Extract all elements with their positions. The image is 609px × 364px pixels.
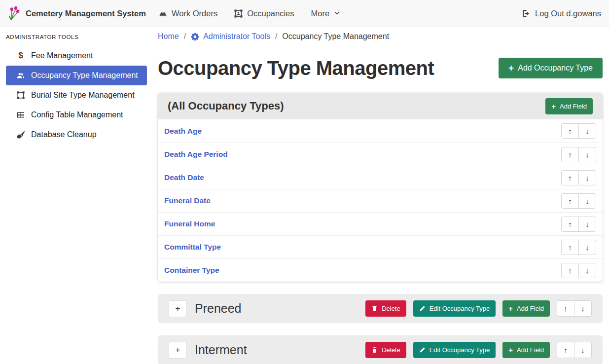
delete-button[interactable]: Delete (365, 342, 406, 358)
field-link[interactable]: Death Age (164, 127, 561, 136)
app-brand[interactable]: Cemetery Management System (8, 6, 146, 20)
main-content: Home / Administrator Tools / Occupancy T… (153, 27, 609, 364)
field-link[interactable]: Container Type (164, 266, 561, 275)
reorder-buttons: ↑ ↓ (557, 342, 592, 358)
field-link[interactable]: Death Age Period (164, 150, 561, 159)
move-down-button[interactable]: ↓ (578, 193, 596, 209)
move-up-button[interactable]: ↑ (561, 263, 579, 278)
move-down-button[interactable]: ↓ (578, 170, 596, 185)
field-link[interactable]: Funeral Date (164, 196, 561, 205)
top-navbar: Cemetery Management System Work Orders (0, 0, 609, 27)
move-down-button[interactable]: ↓ (574, 300, 592, 317)
down-arrow-icon: ↓ (585, 266, 589, 275)
up-arrow-icon: ↑ (568, 243, 572, 252)
field-row-container-type: Container Type ↑ ↓ (158, 258, 603, 282)
field-link[interactable]: Committal Type (164, 243, 561, 252)
down-arrow-icon: ↓ (581, 304, 585, 313)
delete-button[interactable]: Delete (365, 300, 406, 317)
reorder-buttons: ↑ ↓ (561, 240, 596, 255)
expand-section-button[interactable]: + (169, 342, 187, 359)
move-up-button[interactable]: ↑ (561, 217, 579, 232)
chevron-down-icon (334, 10, 340, 17)
breadcrumb-admin-tools-link[interactable]: Administrator Tools (191, 32, 270, 41)
move-up-button[interactable]: ↑ (557, 342, 574, 358)
move-down-button[interactable]: ↓ (578, 123, 596, 139)
expand-section-button[interactable]: + (169, 300, 187, 317)
nav-more[interactable]: More (311, 9, 341, 18)
move-down-button[interactable]: ↓ (578, 147, 596, 162)
down-arrow-icon: ↓ (585, 197, 589, 205)
reorder-buttons: ↑ ↓ (561, 263, 596, 278)
section-title: Interment (195, 343, 365, 357)
field-link[interactable]: Funeral Home (164, 219, 561, 228)
up-arrow-icon: ↑ (564, 304, 568, 313)
burial-plot-icon (15, 91, 27, 99)
nav-work-orders[interactable]: Work Orders (159, 9, 217, 18)
breadcrumb-home-link[interactable]: Home (158, 32, 179, 41)
down-arrow-icon: ↓ (585, 150, 589, 159)
plus-icon: + (551, 102, 556, 110)
reorder-buttons: ↑ ↓ (561, 147, 596, 162)
sidebar-item-database-cleanup[interactable]: Database Cleanup (6, 125, 147, 145)
section-actions: Delete Edit Occupancy Type + Add Field ↑… (365, 342, 592, 358)
up-arrow-icon: ↑ (564, 346, 568, 354)
sidebar-item-fee-management[interactable]: $ Fee Management (6, 46, 147, 66)
nav-occupancies[interactable]: Occupancies (234, 9, 294, 18)
sidebar-item-label: Config Table Management (31, 110, 123, 119)
edit-occupancy-type-button[interactable]: Edit Occupancy Type (413, 342, 496, 358)
add-field-button[interactable]: + Add Field (502, 342, 550, 358)
move-up-button[interactable]: ↑ (561, 123, 579, 139)
breadcrumb-separator: / (184, 32, 186, 41)
tulip-logo-icon (8, 6, 21, 20)
move-down-button[interactable]: ↓ (578, 240, 596, 255)
all-types-card-header: (All Occupancy Types) + Add Field (158, 93, 603, 119)
gear-icon (191, 33, 199, 41)
sidebar-item-occupancy-type-management[interactable]: Occupancy Type Management (6, 66, 147, 85)
sidebar-item-label: Occupancy Type Management (31, 71, 138, 80)
trash-icon (371, 347, 378, 353)
move-up-button[interactable]: ↑ (561, 147, 579, 162)
add-field-button[interactable]: + Add Field (545, 98, 593, 114)
down-arrow-icon: ↓ (585, 174, 589, 182)
move-up-button[interactable]: ↑ (557, 300, 574, 317)
sidebar-heading: Administrator Tools (0, 31, 153, 46)
move-up-button[interactable]: ↑ (561, 170, 579, 185)
up-arrow-icon: ↑ (568, 266, 572, 275)
reorder-buttons: ↑ ↓ (561, 217, 596, 232)
move-down-button[interactable]: ↓ (578, 263, 596, 278)
pencil-icon (419, 305, 426, 312)
section-title: Preneed (195, 301, 365, 316)
breadcrumb-separator: / (275, 32, 277, 41)
reorder-buttons: ↑ ↓ (561, 123, 596, 139)
users-icon (15, 72, 27, 79)
up-arrow-icon: ↑ (568, 220, 572, 228)
add-field-button[interactable]: + Add Field (502, 300, 550, 317)
broom-icon (15, 131, 27, 139)
sidebar-item-label: Burial Site Type Management (31, 91, 135, 100)
sidebar-item-label: Database Cleanup (31, 130, 97, 139)
move-down-button[interactable]: ↓ (574, 342, 592, 358)
edit-occupancy-type-button[interactable]: Edit Occupancy Type (413, 300, 496, 317)
reorder-buttons: ↑ ↓ (557, 300, 592, 317)
app-title: Cemetery Management System (26, 9, 146, 18)
admin-sidebar: Administrator Tools $ Fee Management Occ… (0, 27, 153, 364)
add-occupancy-type-button[interactable]: + Add Occupancy Type (499, 58, 603, 78)
sidebar-item-config-table-management[interactable]: Config Table Management (6, 105, 147, 125)
app-screen: Cemetery Management System Work Orders (0, 0, 609, 364)
occupancy-plot-icon (234, 9, 243, 18)
sidebar-item-burial-site-type-management[interactable]: Burial Site Type Management (6, 85, 147, 105)
logout-button[interactable]: Log Out d.gowans (522, 9, 601, 18)
up-arrow-icon: ↑ (568, 174, 572, 182)
field-row-funeral-date: Funeral Date ↑ ↓ (158, 189, 603, 212)
move-down-button[interactable]: ↓ (578, 217, 596, 232)
move-up-button[interactable]: ↑ (561, 193, 579, 209)
move-up-button[interactable]: ↑ (561, 240, 579, 255)
down-arrow-icon: ↓ (585, 127, 589, 135)
field-row-death-age: Death Age ↑ ↓ (158, 119, 603, 143)
page-title: Occupancy Type Management (158, 57, 499, 79)
down-arrow-icon: ↓ (581, 346, 585, 354)
nav-occupancies-label: Occupancies (247, 9, 294, 18)
breadcrumb: Home / Administrator Tools / Occupancy T… (158, 31, 603, 42)
field-link[interactable]: Death Date (164, 173, 561, 182)
nav-work-orders-label: Work Orders (172, 9, 217, 18)
